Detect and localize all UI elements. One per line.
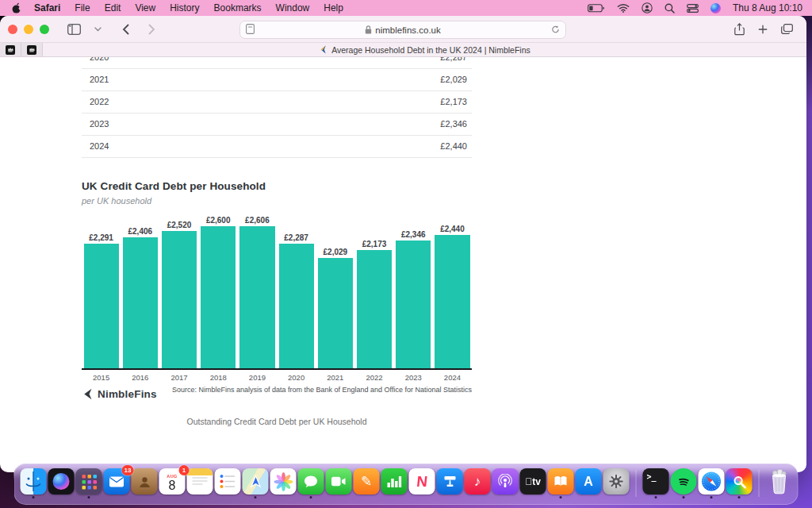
menu-item-safari[interactable]: Safari [27,0,67,16]
dock-colorsync-icon[interactable] [726,468,753,498]
menu-bar-clock[interactable]: Thu 8 Aug 10:10 [733,2,802,13]
pinned-tab-2[interactable] [21,43,43,56]
window-controls [8,25,49,34]
menu-item-file[interactable]: File [67,0,97,16]
dock-news-icon[interactable]: N [409,468,435,498]
menu-item-window[interactable]: Window [269,0,317,16]
siri-icon[interactable] [710,3,721,13]
apple-menu-icon[interactable] [0,2,27,14]
menu-item-bookmarks[interactable]: Bookmarks [207,0,269,16]
badge: 13 [122,465,134,475]
x-axis-tick-label: 2017 [162,373,197,382]
music-note-glyph: ♪ [474,474,481,490]
running-indicator [255,496,257,498]
bar-value-label: £2,520 [167,221,192,229]
bar [239,226,274,368]
dock-maps-icon[interactable] [243,468,269,498]
address-bar[interactable]: nimblefins.co.uk [239,21,566,39]
menu-item-history[interactable]: History [163,0,206,16]
table-value: £2,029 [263,68,472,90]
bar-column: £2,173 [357,240,392,368]
running-indicator [33,496,35,498]
dock-podcasts-icon[interactable] [492,468,519,498]
table-year: 2022 [82,90,263,113]
running-indicator [683,496,685,498]
bar-column: £2,346 [396,230,431,368]
dock-spotify-icon[interactable] [671,468,697,498]
credit-card-debt-chart: UK Credit Card Debt per Household per UK… [82,180,472,426]
menu-item-help[interactable]: Help [316,0,350,16]
tab-overview-icon[interactable] [777,20,796,39]
dock-facetime-icon[interactable] [326,468,352,498]
dock-terminal-icon[interactable]: >_ [643,468,669,498]
dock-messages-icon[interactable] [298,468,324,498]
table-row: 2022 £2,173 [82,90,472,113]
table-year: 2024 [82,135,263,157]
dock-books-icon[interactable] [548,468,574,498]
close-window-button[interactable] [8,25,17,34]
dock-settings-icon[interactable] [603,468,630,498]
chart-caption: Outstanding Credit Card Debt per UK Hous… [82,417,472,426]
dock-appletv-icon[interactable]: tv [520,468,546,498]
dock-siri-icon[interactable] [48,468,75,498]
control-center-icon[interactable] [687,4,699,13]
safari-toolbar: nimblefins.co.uk [0,16,806,43]
dock-pages-icon[interactable]: ✎ [354,468,380,498]
back-button[interactable] [116,20,135,39]
chevron-down-icon[interactable] [88,20,107,39]
bar-column: £2,600 [201,216,236,368]
bar-plot: £2,291 £2,406 £2,520 £2,600 £2,606 £2,28… [82,218,472,370]
table-row: 2023 £2,346 [82,113,472,135]
minimize-window-button[interactable] [24,25,33,34]
bar [435,235,469,368]
dock-keynote-icon[interactable] [437,468,463,498]
dock-appstore-icon[interactable]: A [576,468,602,498]
x-axis-tick-label: 2021 [318,373,353,382]
dock-trash-icon[interactable] [766,468,792,498]
bar-value-label: £2,287 [284,233,308,242]
bar-value-label: £2,606 [245,216,270,225]
dock-contacts-icon[interactable] [132,468,158,498]
bar-value-label: £2,440 [440,225,465,233]
battery-icon[interactable] [588,4,605,13]
dock-mail-icon[interactable]: 13 [104,468,130,498]
news-n-glyph: N [416,473,428,491]
dock-launchpad-icon[interactable] [76,468,102,498]
debt-table: 2020 £2,2872021 £2,0292022 £2,1732023 £2… [82,57,472,158]
dock-safari-icon[interactable] [699,468,725,498]
sidebar-toggle-icon[interactable] [64,20,83,39]
dock-music-icon[interactable]: ♪ [465,468,491,498]
calendar-day-label: 8 [169,479,176,492]
menu-item-edit[interactable]: Edit [98,0,128,16]
share-icon[interactable] [730,20,749,39]
x-axis-tick-label: 2019 [239,373,274,382]
dock-notes-icon[interactable] [187,468,213,498]
bar [123,237,158,368]
reload-icon[interactable] [551,23,560,37]
wifi-icon[interactable] [617,3,630,13]
forward-button[interactable] [142,20,161,39]
menu-item-view[interactable]: View [128,0,163,16]
dock-finder-icon[interactable] [21,468,47,498]
bar [357,250,392,368]
spotlight-search-icon[interactable] [665,3,675,13]
pinned-tab-1[interactable] [0,43,21,56]
bar [201,226,236,368]
running-indicator [88,496,90,498]
zoom-window-button[interactable] [40,25,49,34]
x-axis-tick-label: 2015 [84,373,119,382]
reader-view-icon[interactable] [246,23,255,37]
bar-column: £2,520 [162,221,197,368]
table-year: 2021 [82,68,263,90]
bar [84,244,119,368]
dock-photos-icon[interactable] [270,468,297,498]
new-tab-icon[interactable] [753,20,772,39]
user-switch-icon[interactable] [642,2,653,13]
bar [162,231,197,368]
dock-numbers-icon[interactable] [381,468,408,498]
bar-column: £2,606 [239,216,274,368]
dock-reminders-icon[interactable] [215,468,241,498]
dock-calendar-icon[interactable]: AUG81 [159,468,186,498]
active-tab[interactable]: Average Household Debt in the UK 2024 | … [43,43,806,56]
bar-value-label: £2,406 [128,227,153,236]
